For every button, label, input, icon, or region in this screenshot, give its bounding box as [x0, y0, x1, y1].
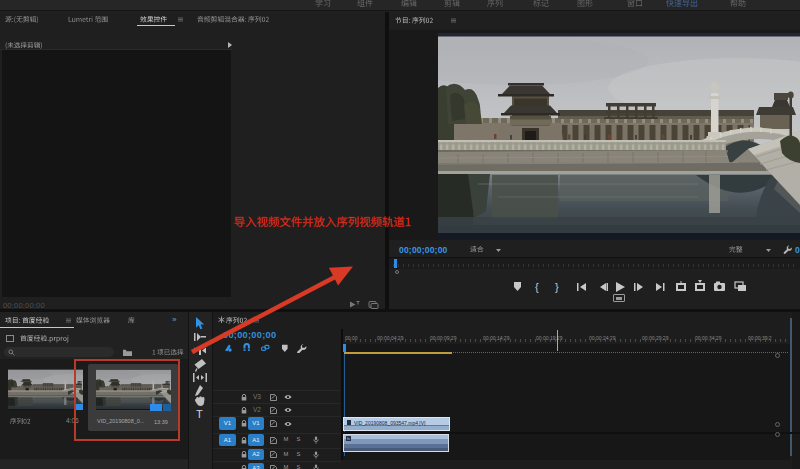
- svg-text:}: }: [555, 281, 559, 293]
- svg-text:{: {: [535, 281, 539, 293]
- svg-text:T: T: [196, 408, 203, 420]
